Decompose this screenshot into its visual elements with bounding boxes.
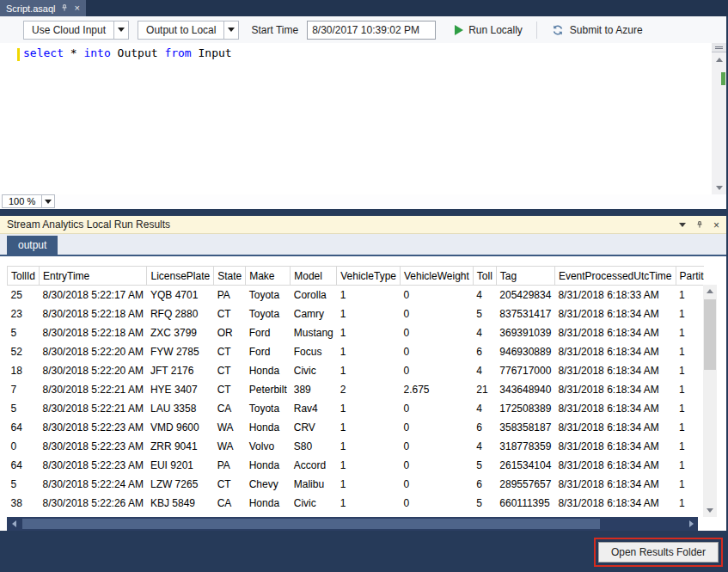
editor-vertical-scrollbar[interactable] (712, 43, 726, 194)
chevron-down-icon[interactable] (223, 22, 238, 39)
table-cell: Corolla (291, 286, 337, 304)
table-vertical-scrollbar[interactable] (703, 285, 717, 517)
table-cell: 1 (337, 361, 401, 380)
table-cell: 18 (8, 361, 40, 380)
table-cell: 5 (473, 494, 496, 513)
table-cell: 343648940 (496, 380, 554, 399)
tab-script-asaql[interactable]: Script.asaql × (0, 0, 86, 16)
table-cell: 21 (473, 380, 496, 399)
close-icon[interactable]: × (74, 3, 79, 13)
table-cell: 8/30/2018 5:22:23 AM (40, 456, 147, 475)
table-cell: Mustang (291, 323, 337, 342)
submit-azure-icon (551, 23, 565, 37)
scroll-up-icon[interactable] (703, 285, 717, 298)
table-row[interactable]: 58/30/2018 5:22:24 AMLZW 7265CTChevyMali… (8, 475, 705, 494)
table-cell: PA (214, 456, 246, 475)
table-cell: 64 (8, 456, 40, 475)
table-row[interactable]: 648/30/2018 5:22:23 AMVMD 9600WAHondaCRV… (8, 418, 705, 437)
column-header[interactable]: TollId (8, 267, 40, 286)
scroll-down-icon[interactable] (703, 504, 717, 517)
table-row[interactable]: 648/30/2018 5:22:23 AMEUI 9201PAHondaAcc… (8, 456, 705, 475)
table-cell: 2 (337, 380, 401, 399)
column-header[interactable]: EventProcessedUtcTime (554, 267, 676, 286)
table-cell: 5 (8, 399, 40, 418)
chevron-down-icon[interactable] (41, 195, 54, 207)
start-time-input[interactable] (307, 21, 436, 40)
table-row[interactable]: 58/30/2018 5:22:18 AMZXC 3799ORFordMusta… (8, 323, 705, 342)
output-target-dropdown[interactable]: Output to Local (138, 21, 239, 40)
close-icon[interactable]: × (713, 220, 719, 231)
table-cell: LAU 3358 (147, 399, 214, 418)
table-row[interactable]: 528/30/2018 5:22:20 AMFYW 2785CTFordFocu… (8, 342, 705, 361)
zoom-dropdown[interactable]: 100 % (2, 194, 55, 208)
chevron-down-icon[interactable] (113, 22, 128, 39)
code-line[interactable]: select * into Output from Input (23, 46, 232, 59)
table-cell: CA (214, 399, 246, 418)
toolbar-separator (536, 22, 537, 39)
table-cell: 8/31/2018 6:18:34 AM (554, 456, 676, 475)
scroll-down-icon[interactable] (712, 181, 726, 194)
column-header[interactable]: Make (246, 267, 291, 286)
pin-icon[interactable] (60, 3, 69, 13)
table-cell: 4 (473, 437, 496, 456)
table-row[interactable]: 08/30/2018 5:22:23 AMZRR 9041WAVolvoS801… (8, 437, 705, 456)
table-cell: 776717000 (496, 361, 554, 380)
scrollbar-thumb[interactable] (704, 299, 716, 370)
table-cell: 1 (676, 494, 704, 513)
code-token: * (64, 46, 83, 59)
table-cell: 837531417 (496, 304, 554, 323)
table-cell: 4 (473, 286, 496, 304)
table-row[interactable]: 58/30/2018 5:22:21 AMLAU 3358CAToyotaRav… (8, 399, 705, 418)
results-table[interactable]: TollIdEntryTimeLicensePlateStateMakeMode… (7, 266, 704, 517)
run-locally-button[interactable]: Run Locally (450, 22, 528, 39)
table-row[interactable]: 388/30/2018 5:22:26 AMKBJ 5849CAHondaCiv… (8, 494, 705, 513)
table-horizontal-scrollbar[interactable] (7, 517, 698, 531)
input-source-dropdown[interactable]: Use Cloud Input (23, 21, 129, 40)
tab-output[interactable]: output (7, 236, 58, 255)
table-cell: 8/31/2018 6:18:34 AM (554, 304, 676, 323)
table-cell: Honda (246, 456, 291, 475)
table-row[interactable]: 78/30/2018 5:22:21 AMHYE 3407CTPeterbilt… (8, 380, 705, 399)
scroll-up-icon[interactable] (712, 53, 726, 66)
table-cell: 1 (337, 286, 401, 304)
submit-to-azure-button[interactable]: Submit to Azure (546, 21, 648, 40)
column-header[interactable]: Tag (496, 267, 554, 286)
table-cell: CA (214, 494, 246, 513)
splitter-grip[interactable] (712, 43, 726, 52)
start-time-label: Start Time (251, 24, 298, 36)
column-header[interactable]: State (214, 267, 246, 286)
column-header[interactable]: Model (291, 267, 337, 286)
table-cell: 0 (400, 323, 473, 342)
column-header[interactable]: LicensePlate (147, 267, 214, 286)
table-cell: PA (214, 286, 246, 304)
change-mark (721, 72, 725, 85)
table-cell: 5 (473, 304, 496, 323)
code-editor[interactable]: select * into Output from Input (0, 43, 726, 194)
table-row[interactable]: 258/30/2018 5:22:17 AMYQB 4701PAToyotaCo… (8, 286, 705, 304)
column-header[interactable]: Partition (676, 267, 704, 286)
column-header[interactable]: EntryTime (40, 267, 147, 286)
window-menu-chevron-icon[interactable] (679, 223, 686, 227)
scroll-right-icon[interactable] (684, 517, 698, 531)
column-header[interactable]: Toll (473, 267, 496, 286)
table-cell: VMD 9600 (147, 418, 214, 437)
table-cell: 289557657 (496, 475, 554, 494)
table-cell: 318778359 (496, 437, 554, 456)
table-row[interactable]: 238/30/2018 5:22:18 AMRFQ 2880CTToyotaCa… (8, 304, 705, 323)
table-cell: Ford (246, 323, 291, 342)
document-tab-bar: Script.asaql × (0, 0, 728, 16)
column-header[interactable]: VehicleType (337, 267, 401, 286)
scrollbar-thumb[interactable] (22, 519, 600, 529)
table-cell: 8/31/2018 6:18:34 AM (554, 418, 676, 437)
results-panel-header[interactable]: Stream Analytics Local Run Results × (0, 216, 726, 234)
change-tracking-bar (17, 48, 20, 61)
pin-icon[interactable] (695, 220, 704, 230)
scroll-left-icon[interactable] (7, 517, 21, 531)
code-token: select (23, 46, 64, 59)
table-cell: 369391039 (496, 323, 554, 342)
column-header[interactable]: VehicleWeight (400, 267, 473, 286)
table-row[interactable]: 188/30/2018 5:22:20 AMJFT 2176CTHondaCiv… (8, 361, 705, 380)
open-results-folder-button[interactable]: Open Results Folder (598, 542, 719, 563)
panel-splitter[interactable] (0, 209, 728, 216)
table-cell: 1 (676, 437, 704, 456)
